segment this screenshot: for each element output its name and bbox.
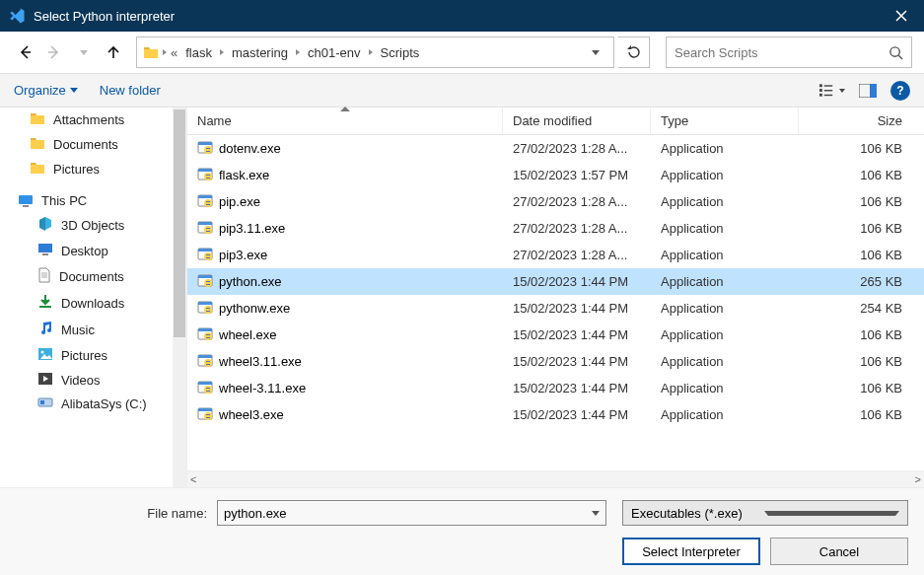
svg-point-39: [204, 306, 212, 314]
vscode-icon: [8, 7, 26, 25]
file-date: 15/02/2023 1:44 PM: [503, 268, 651, 295]
sidebar-scrollbar[interactable]: [173, 108, 186, 487]
sidebar-item[interactable]: Desktop: [0, 239, 186, 263]
file-row[interactable]: flask.exe15/02/2023 1:57 PMApplication10…: [187, 162, 924, 188]
exe-icon: [197, 166, 213, 184]
breadcrumb-segment[interactable]: flask: [181, 43, 216, 62]
preview-pane-button[interactable]: [855, 78, 881, 104]
file-name: wheel.exe: [219, 327, 277, 342]
forward-button[interactable]: [41, 39, 67, 65]
horizontal-scrollbar[interactable]: < >: [187, 470, 924, 487]
path-dropdown[interactable]: [584, 37, 607, 67]
arrow-right-icon: [46, 44, 62, 60]
file-row[interactable]: wheel.exe15/02/2023 1:44 PMApplication10…: [187, 322, 924, 348]
file-name: wheel-3.11.exe: [219, 381, 306, 395]
svg-point-27: [204, 199, 212, 207]
search-icon: [888, 45, 903, 60]
file-row[interactable]: wheel3.11.exe15/02/2023 1:44 PMApplicati…: [187, 348, 924, 375]
sidebar-item[interactable]: Downloads: [0, 290, 186, 317]
column-header-name[interactable]: Name: [187, 108, 503, 134]
file-row[interactable]: pip.exe27/02/2023 1:28 A...Application10…: [187, 188, 924, 215]
file-size: 106 KB: [799, 188, 924, 215]
cancel-button[interactable]: Cancel: [770, 538, 908, 565]
refresh-button[interactable]: [618, 36, 650, 68]
svg-point-51: [204, 412, 212, 420]
file-date: 27/02/2023 1:28 A...: [503, 242, 651, 268]
refresh-icon: [626, 44, 642, 60]
file-date: 15/02/2023 1:44 PM: [503, 375, 651, 401]
svg-point-45: [204, 359, 212, 367]
sidebar-item[interactable]: AlibataSys (C:): [0, 393, 186, 415]
file-row[interactable]: python.exe15/02/2023 1:44 PMApplication2…: [187, 268, 924, 295]
sidebar-item[interactable]: Videos: [0, 368, 186, 393]
up-button[interactable]: [101, 39, 126, 65]
sidebar-item-label: Attachments: [53, 112, 124, 127]
file-row[interactable]: dotenv.exe27/02/2023 1:28 A...Applicatio…: [187, 135, 924, 162]
recent-dropdown[interactable]: [71, 39, 97, 65]
sidebar-item-label: This PC: [41, 193, 87, 208]
sidebar-item-label: Pictures: [53, 162, 100, 177]
list-view-icon: [819, 83, 836, 99]
svg-rect-26: [198, 195, 212, 198]
organize-button[interactable]: Organize: [14, 83, 78, 98]
svg-rect-1: [819, 84, 822, 87]
column-header-date[interactable]: Date modified: [503, 108, 651, 134]
exe-icon: [197, 272, 213, 291]
file-type: Application: [651, 135, 799, 162]
close-button[interactable]: [879, 0, 924, 32]
sidebar-this-pc[interactable]: This PC: [0, 189, 186, 212]
column-header-size[interactable]: Size: [799, 108, 924, 134]
breadcrumb-segment[interactable]: mastering: [228, 43, 292, 62]
chevron-down-icon[interactable]: [592, 511, 600, 516]
file-date: 15/02/2023 1:44 PM: [503, 322, 651, 348]
file-size: 106 KB: [799, 348, 924, 375]
file-date: 15/02/2023 1:44 PM: [503, 401, 651, 428]
sidebar: AttachmentsDocumentsPictures This PC 3D …: [0, 108, 187, 487]
file-row[interactable]: pip3.exe27/02/2023 1:28 A...Application1…: [187, 242, 924, 268]
view-options-button[interactable]: [819, 78, 845, 104]
file-name-input-wrapper[interactable]: [217, 500, 606, 526]
file-date: 15/02/2023 1:44 PM: [503, 348, 651, 375]
breadcrumb-bar[interactable]: « flaskmasteringch01-envScripts: [136, 36, 614, 68]
chevron-down-icon: [80, 50, 88, 55]
select-interpreter-button[interactable]: Select Interpreter: [622, 538, 760, 565]
sidebar-item[interactable]: Pictures: [0, 157, 186, 181]
search-input[interactable]: [675, 45, 888, 60]
back-button[interactable]: [12, 39, 37, 65]
body: AttachmentsDocumentsPictures This PC 3D …: [0, 108, 924, 487]
svg-rect-3: [819, 89, 822, 92]
column-header-type[interactable]: Type: [651, 108, 799, 134]
sidebar-item[interactable]: 3D Objects: [0, 212, 186, 239]
breadcrumb-segment[interactable]: Scripts: [377, 43, 424, 62]
sidebar-item[interactable]: Music: [0, 317, 186, 343]
scroll-right-icon[interactable]: >: [915, 473, 921, 485]
sidebar-item[interactable]: Documents: [0, 132, 186, 157]
arrow-up-icon: [106, 44, 121, 60]
item-icon: [37, 216, 53, 235]
exe-icon: [197, 379, 213, 397]
scroll-left-icon[interactable]: <: [190, 473, 196, 485]
file-row[interactable]: pip3.11.exe27/02/2023 1:28 A...Applicati…: [187, 215, 924, 242]
scrollbar-thumb[interactable]: [174, 109, 185, 337]
file-type: Application: [651, 215, 799, 242]
file-row[interactable]: wheel-3.11.exe15/02/2023 1:44 PMApplicat…: [187, 375, 924, 401]
exe-icon: [197, 219, 213, 238]
new-folder-button[interactable]: New folder: [100, 83, 161, 98]
file-type-filter[interactable]: Executables (*.exe): [622, 500, 908, 526]
file-row[interactable]: wheel3.exe15/02/2023 1:44 PMApplication1…: [187, 401, 924, 428]
file-name: wheel3.11.exe: [219, 354, 302, 369]
file-type: Application: [651, 348, 799, 375]
title-bar: Select Python interpreter: [0, 0, 924, 32]
breadcrumb-segment[interactable]: ch01-env: [304, 43, 364, 62]
file-name-input[interactable]: [224, 506, 592, 521]
folder-icon: [30, 111, 45, 128]
sidebar-item[interactable]: Attachments: [0, 108, 186, 132]
sidebar-item[interactable]: Documents: [0, 263, 186, 290]
search-box[interactable]: [666, 36, 912, 68]
file-size: 265 KB: [799, 268, 924, 295]
help-button[interactable]: ?: [890, 81, 910, 101]
breadcrumb-ellipsis[interactable]: «: [171, 45, 178, 60]
file-row[interactable]: pythonw.exe15/02/2023 1:44 PMApplication…: [187, 295, 924, 322]
item-icon: [37, 372, 53, 389]
sidebar-item[interactable]: Pictures: [0, 343, 186, 368]
